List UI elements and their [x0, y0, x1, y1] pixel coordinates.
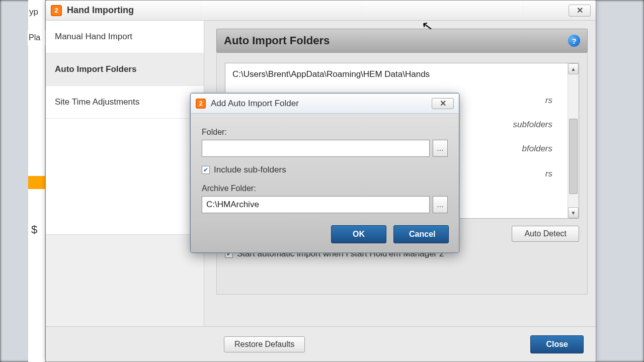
include-subfolders-row[interactable]: ✔ Include sub-folders — [202, 165, 448, 175]
panel-title: Auto Import Folders — [224, 34, 330, 47]
dialog-footer: Restore Defaults Close — [46, 326, 596, 361]
help-icon[interactable]: ? — [568, 35, 580, 47]
folder-label: Folder: — [202, 128, 448, 137]
browse-archive-button[interactable]: ... — [433, 196, 448, 213]
ok-button[interactable]: OK — [331, 225, 386, 243]
scrollbar[interactable]: ▲ ▼ — [568, 63, 579, 218]
panel-header: Auto Import Folders ? — [216, 29, 588, 53]
app-icon: 2 — [51, 5, 62, 16]
scroll-thumb[interactable] — [569, 119, 578, 194]
sidebar-item-site-time-adjustments[interactable]: Site Time Adjustments — [46, 86, 204, 119]
auto-detect-button[interactable]: Auto Detect — [512, 226, 579, 242]
close-icon[interactable]: ✕ — [569, 5, 591, 17]
archive-folder-input[interactable] — [202, 196, 430, 213]
folder-row[interactable]: C:\Users\Brent\AppData\Roaming\HEM Data\… — [231, 67, 573, 81]
scroll-up-icon[interactable]: ▲ — [568, 63, 579, 74]
sidebar-item-manual-hand-import[interactable]: Manual Hand Import — [46, 21, 204, 53]
bg-tab: Pla — [28, 30, 46, 45]
restore-defaults-button[interactable]: Restore Defaults — [224, 336, 305, 352]
app-icon: 2 — [196, 99, 206, 109]
titlebar[interactable]: 2 Hand Importing ✕ — [46, 1, 596, 21]
browse-folder-button[interactable]: ... — [433, 140, 448, 157]
modal-close-icon[interactable]: ✕ — [432, 98, 454, 109]
archive-label: Archive Folder: — [202, 184, 448, 193]
modal-titlebar[interactable]: 2 Add Auto Import Folder ✕ — [191, 94, 459, 114]
scroll-down-icon[interactable]: ▼ — [568, 207, 579, 218]
sidebar: Manual Hand Import Auto Import Folders S… — [46, 21, 204, 326]
close-button[interactable]: Close — [530, 335, 584, 353]
modal-title: Add Auto Import Folder — [211, 99, 299, 109]
folder-input[interactable] — [202, 140, 430, 157]
cancel-button[interactable]: Cancel — [393, 225, 449, 243]
currency-icon: $ — [31, 223, 37, 236]
bg-fragment: yp — [29, 7, 38, 17]
add-auto-import-folder-dialog: 2 Add Auto Import Folder ✕ Folder: ... ✔… — [190, 93, 459, 253]
include-subfolders-label: Include sub-folders — [214, 165, 286, 175]
window-title: Hand Importing — [67, 5, 134, 16]
include-subfolders-checkbox[interactable]: ✔ — [202, 166, 210, 174]
sidebar-item-auto-import-folders[interactable]: Auto Import Folders — [46, 53, 204, 86]
